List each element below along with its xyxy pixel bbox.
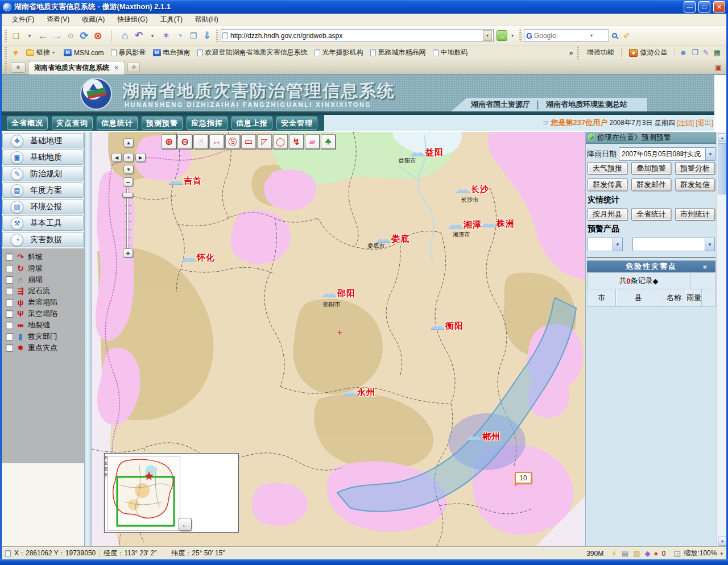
logout-link[interactable]: [注销] xyxy=(677,118,694,128)
favorites-star-icon[interactable]: ★ xyxy=(11,62,26,73)
city-marker[interactable]: ☁☁ 吉首 xyxy=(168,175,202,187)
nav-tab[interactable]: 灾点查询 xyxy=(52,117,93,130)
scale-button[interactable]: Ⓢ xyxy=(225,134,240,149)
danger-points-header[interactable]: 危险性灾害点 « xyxy=(587,260,715,272)
new-page-button[interactable]: ❏ xyxy=(9,28,23,43)
zoom-in-slider-button[interactable]: + xyxy=(123,248,133,257)
overview-collapse-button[interactable]: ← xyxy=(179,518,192,531)
panel-button[interactable]: 群发传真 xyxy=(588,178,627,191)
maximize-button[interactable]: □ xyxy=(698,1,710,13)
panel-button[interactable]: 叠加预警 xyxy=(631,162,671,175)
go-button[interactable]: → xyxy=(497,30,507,41)
tabbar-grip[interactable] xyxy=(5,61,7,73)
window-icon[interactable]: ❐ xyxy=(692,48,698,57)
sidebar-section[interactable]: ▥ 环境公报 xyxy=(2,199,84,214)
menu-item[interactable]: 文件(F) xyxy=(6,14,40,26)
messenger-icon[interactable]: ☻ xyxy=(679,48,687,57)
city-marker[interactable]: ☁☁ 衡阳 xyxy=(429,320,464,332)
sidebar-section[interactable]: ▤ 年度方案 xyxy=(2,182,84,198)
zoom-out-button[interactable]: ⊖ xyxy=(177,134,192,149)
filter-pack-icon[interactable]: ◆ xyxy=(645,549,651,558)
nav-tab[interactable]: 信息上报 xyxy=(231,117,272,130)
sidebar-section[interactable]: ◔ 灾害数据 xyxy=(2,232,84,247)
toolbar-grip[interactable] xyxy=(519,30,522,42)
layer-checkbox[interactable] xyxy=(6,322,13,329)
sidebar-section[interactable]: ✎ 防治规划 xyxy=(2,166,84,181)
city-marker[interactable]: ☁☁ 怀化 xyxy=(181,252,215,264)
scrollbar-thumb[interactable] xyxy=(718,143,726,194)
pan-center-button[interactable]: ✛ xyxy=(123,153,134,162)
sidebar-section[interactable]: ⚒ 基本工具 xyxy=(2,215,84,231)
panel-button[interactable]: 天气预报 xyxy=(588,162,627,175)
toolbar-grip[interactable] xyxy=(5,30,7,42)
panel-button[interactable]: 预警分析 xyxy=(675,162,715,175)
links-bar-item[interactable]: 觅路城市精品网 xyxy=(367,48,429,57)
zoom-slider-handle[interactable] xyxy=(122,193,133,198)
chevron-down-icon[interactable]: ▼ xyxy=(613,238,622,251)
rainfall-flag-marker[interactable]: 10 xyxy=(515,472,532,484)
panel-button[interactable]: 市州统计 xyxy=(675,208,715,221)
links-bar-item[interactable]: MMSN.com xyxy=(60,49,107,57)
address-input[interactable] xyxy=(230,32,481,40)
back-button[interactable]: ← xyxy=(36,28,50,43)
notes-icon[interactable]: ✎ xyxy=(703,48,709,57)
panel-button[interactable]: 群发邮件 xyxy=(631,178,671,191)
pan-down-button[interactable]: ▼ xyxy=(123,165,134,174)
search-box[interactable]: G ▾ xyxy=(524,29,609,42)
layer-checkbox[interactable] xyxy=(6,344,13,352)
proxy-icon[interactable]: ▤ xyxy=(622,549,628,558)
overview-map[interactable] xyxy=(107,456,180,531)
links-bar-item[interactable]: 暴风影音 xyxy=(107,48,150,57)
pan-button[interactable]: ☝ xyxy=(193,134,208,149)
maxthon-charity-link[interactable]: ♥傲游公益 xyxy=(626,48,671,57)
plugins-icon[interactable]: ▦ xyxy=(714,48,721,57)
eraser-button[interactable]: ▰ xyxy=(305,134,320,149)
pan-left-button[interactable]: ◀ xyxy=(111,153,122,162)
menu-item[interactable]: 快捷组(G) xyxy=(111,14,153,26)
close-button[interactable]: ✕ xyxy=(713,1,725,13)
link-geo-monitor[interactable]: 湖南省地质环境监测总站 xyxy=(546,99,627,110)
rect-select-button[interactable]: ▭ xyxy=(241,134,256,149)
scroll-up-icon[interactable]: ▲ xyxy=(718,133,726,142)
city-marker[interactable]: ☁☁ 株洲 xyxy=(481,218,515,230)
history-dropdown-button[interactable]: ⊙ xyxy=(64,28,77,43)
links-bar-item[interactable]: 中地数码 xyxy=(429,48,471,57)
chevron-down-icon[interactable]: ▼ xyxy=(705,238,714,251)
rain-date-select[interactable]: 2007年05月05日08时实况 ▼ xyxy=(619,147,715,161)
menu-item[interactable]: 帮助(H) xyxy=(189,14,224,26)
link-land-resources[interactable]: 湖南省国土资源厅 xyxy=(471,99,530,110)
layer-checkbox[interactable] xyxy=(6,310,13,318)
new-page-caret[interactable]: ▾ xyxy=(23,28,36,43)
zoom-resize-icon[interactable]: ◲ xyxy=(673,549,680,558)
undo-button[interactable]: ↶ xyxy=(132,28,146,43)
go-caret-icon[interactable]: ▾ xyxy=(508,30,517,41)
panel-button[interactable]: 按月州县 xyxy=(588,208,627,221)
zoom-caret-icon[interactable]: ▾ xyxy=(720,551,723,556)
enhance-features-link[interactable]: 增强功能 xyxy=(583,48,617,57)
sidebar-section[interactable]: ❖ 基础地理 xyxy=(2,133,84,148)
menu-item[interactable]: 工具(T) xyxy=(155,14,188,26)
city-marker[interactable]: ☁☁ 郴州 xyxy=(466,431,500,443)
nav-tab[interactable]: 应急指挥 xyxy=(187,117,228,130)
nav-tab[interactable]: 信息统计 xyxy=(97,117,138,130)
city-marker[interactable]: ☁☁ 湘潭 xyxy=(448,219,482,231)
search-input[interactable] xyxy=(534,32,585,40)
product-select-large[interactable]: ▼ xyxy=(632,238,715,251)
links-bar-item[interactable]: M电台指南 xyxy=(150,48,194,57)
tab-list-icon[interactable]: ▣ xyxy=(715,63,722,72)
links-bar-item[interactable]: 欢迎登陆湖南省地质灾害信息系统 xyxy=(194,48,311,57)
pan-up-button[interactable]: ▲ xyxy=(123,138,134,147)
undo-caret[interactable]: ▾ xyxy=(146,28,159,43)
polygon-select-button[interactable]: ◸ xyxy=(257,134,272,149)
city-marker[interactable]: ☁☁ 长沙 xyxy=(455,184,489,196)
layer-checkbox[interactable] xyxy=(6,299,13,306)
linksbar-grip2[interactable] xyxy=(577,47,579,59)
pan-right-button[interactable]: ▶ xyxy=(135,153,146,162)
download-button[interactable]: ⇓ xyxy=(200,28,214,43)
search-engine-caret-icon[interactable]: ▾ xyxy=(587,30,596,41)
links-folder[interactable]: 链接▾ xyxy=(23,48,58,57)
nav-tab[interactable]: 全省概况 xyxy=(7,117,48,130)
collapse-chevron-icon[interactable]: « xyxy=(701,264,709,269)
layer-checkbox[interactable] xyxy=(6,288,13,295)
zoom-level[interactable]: 缩放:100% xyxy=(684,549,717,558)
